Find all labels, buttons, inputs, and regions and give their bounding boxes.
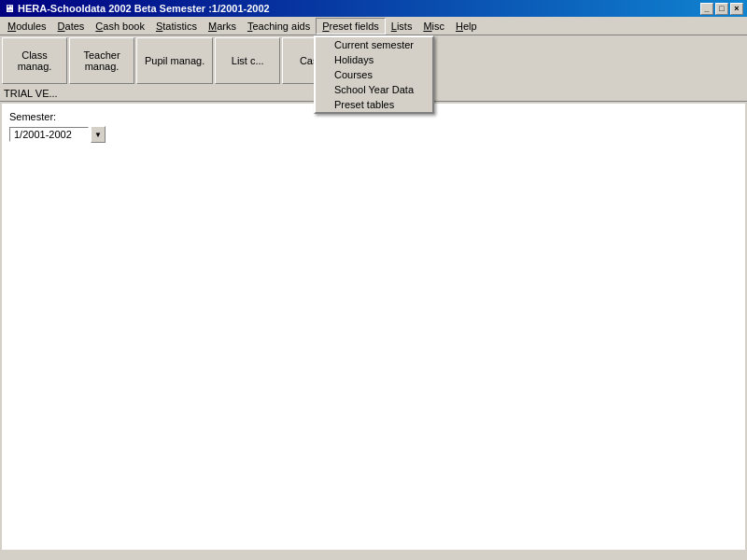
- menu-modules[interactable]: Modules: [2, 19, 52, 34]
- class-manag-button[interactable]: Classmanag.: [2, 37, 67, 84]
- menu-lists[interactable]: Lists: [386, 19, 418, 34]
- app-icon: 🖥: [4, 3, 14, 14]
- menu-cashbook[interactable]: Cash book: [90, 19, 150, 34]
- window-controls: _ □ ×: [700, 3, 743, 15]
- maximize-button[interactable]: □: [715, 3, 728, 15]
- menu-marks[interactable]: Marks: [203, 19, 242, 34]
- dropdown-preset-tables[interactable]: Preset tables: [316, 97, 432, 112]
- minimize-button[interactable]: _: [700, 3, 713, 15]
- window-title: HERA-Schooldata 2002 Beta Semester :1/20…: [18, 3, 270, 14]
- dropdown-holidays[interactable]: Holidays: [316, 52, 432, 67]
- semester-selector: ▼: [9, 126, 738, 143]
- menu-teaching-aids[interactable]: Teaching aids: [242, 19, 316, 34]
- title-bar: 🖥 HERA-Schooldata 2002 Beta Semester :1/…: [0, 0, 747, 17]
- dropdown-current-semester[interactable]: Current semester: [316, 37, 432, 52]
- pupil-manag-button[interactable]: Pupil manag.: [136, 37, 213, 84]
- list-c-button[interactable]: List c...: [215, 37, 280, 84]
- dropdown-courses[interactable]: Courses: [316, 67, 432, 82]
- menu-dates[interactable]: Dates: [52, 19, 91, 34]
- menu-preset-fields[interactable]: Preset fields: [316, 18, 386, 35]
- teacher-manag-button[interactable]: Teachermanag.: [69, 37, 134, 84]
- close-button[interactable]: ×: [730, 3, 743, 15]
- menu-misc[interactable]: Misc: [417, 19, 450, 34]
- semester-dropdown-arrow[interactable]: ▼: [91, 126, 106, 143]
- menu-bar: Modules Dates Cash book Statistics Marks…: [0, 17, 747, 35]
- menu-help[interactable]: Help: [450, 19, 483, 34]
- semester-input[interactable]: [9, 127, 89, 142]
- trial-text: TRIAL VE...: [4, 88, 58, 99]
- menu-statistics[interactable]: Statistics: [150, 19, 203, 34]
- main-content: Semester: ▼: [2, 104, 745, 550]
- dropdown-school-year-data[interactable]: School Year Data: [316, 82, 432, 97]
- preset-fields-dropdown: Current semester Holidays Courses School…: [314, 35, 434, 114]
